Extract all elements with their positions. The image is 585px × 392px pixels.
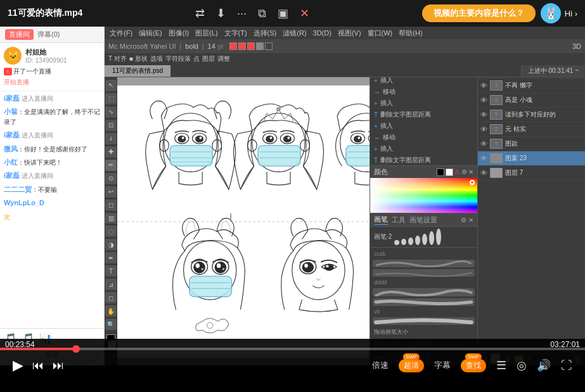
layer-item[interactable]: 👁 T 元 枯实 xyxy=(478,122,585,137)
avatar-area[interactable]: 🐰 Hi › xyxy=(541,3,577,23)
brush-size-dot-2[interactable] xyxy=(401,239,406,245)
zoom-tool[interactable]: 🔍 xyxy=(105,319,117,330)
ps-menu-text[interactable]: 文字(T) xyxy=(222,27,250,39)
color-settings-icon[interactable]: ⚙ xyxy=(461,168,467,176)
brush-size-dot-1[interactable] xyxy=(394,240,399,245)
layer-item[interactable]: 👁 图案 23 xyxy=(478,151,585,166)
pip-icon[interactable]: ⧉ xyxy=(258,7,266,20)
pen-tool[interactable]: ✒ xyxy=(105,252,117,263)
brush-settings-icon[interactable]: ⚙ xyxy=(461,217,466,224)
next-button[interactable]: ⏭ xyxy=(53,359,64,372)
color-tab[interactable]: 颜色 xyxy=(374,167,388,177)
layer-item[interactable]: 👁 T 图款 xyxy=(478,137,585,151)
ps-menu-help[interactable]: 帮助(H) xyxy=(396,27,425,39)
fullscreen-button[interactable]: ⛶ xyxy=(561,359,572,372)
ps-menu-edit[interactable]: 编辑(E) xyxy=(136,27,165,39)
history-item[interactable]: ↔移动 xyxy=(371,86,476,98)
stamp-tool[interactable]: ⊙ xyxy=(105,173,117,184)
progress-bar[interactable] xyxy=(0,348,585,350)
layer-visibility-icon[interactable]: 👁 xyxy=(480,140,487,148)
close-icon[interactable]: ✕ xyxy=(300,6,309,20)
shape-tool[interactable]: ◻ xyxy=(105,292,117,303)
play-button[interactable]: ▶ xyxy=(13,357,23,374)
history-item[interactable]: +插入 xyxy=(371,120,476,132)
chat-tab-comments[interactable]: 弹幕(0) xyxy=(37,30,60,39)
ps-menu-filter[interactable]: 滤镜(R) xyxy=(280,27,309,39)
path-tool[interactable]: ⊿ xyxy=(105,279,117,290)
ps-menu-view[interactable]: 视图(V) xyxy=(335,27,364,39)
layer-visibility-icon[interactable]: 👁 xyxy=(480,169,487,177)
quality-button[interactable]: SWP 超清 xyxy=(399,359,424,372)
brush-size-dot-7[interactable] xyxy=(436,229,441,245)
layer-item[interactable]: 👁 图层 7 xyxy=(478,166,585,180)
ps-active-tab[interactable]: 11可爱的表情.psd xyxy=(105,65,171,77)
color-gradient-area[interactable] xyxy=(370,178,477,213)
ps-option-5[interactable]: 点 xyxy=(193,54,200,63)
color-swatch-red2[interactable] xyxy=(238,42,246,50)
bg-color-small[interactable] xyxy=(446,168,453,176)
ps-menu-image[interactable]: 图像(I) xyxy=(166,27,191,39)
brush-preset-item[interactable] xyxy=(373,288,475,296)
color-swatch-red3[interactable] xyxy=(247,42,255,50)
brush-preset-item[interactable] xyxy=(373,298,475,306)
color-swatch-red[interactable] xyxy=(229,42,237,50)
layer-item[interactable]: 👁 T 高是 小魂 xyxy=(478,93,585,108)
ps-menu-file[interactable]: 文件(F) xyxy=(107,27,135,39)
select-tool[interactable]: ⬚ xyxy=(105,93,117,104)
layers-list[interactable]: 👁 T 和谐字色好色好记 👁 T 不再 懒字 👁 T 高是 小魂 xyxy=(478,64,585,351)
search-button[interactable]: SWP 查找 xyxy=(461,359,486,372)
eraser-tool[interactable]: ◻ xyxy=(105,199,117,211)
layer-item[interactable]: 👁 T 不再 懒字 xyxy=(478,79,585,93)
color-gradient-bar[interactable] xyxy=(370,178,477,213)
ps-menu-window[interactable]: 窗口(W) xyxy=(365,27,395,39)
history-item[interactable]: T删除文字图层距离 xyxy=(371,109,476,120)
chat-messages[interactable]: i家磊 进入直播间 小翁：全是满满的了解，终于不记录了 i家磊 进入直播间 微风… xyxy=(0,91,104,328)
question-box[interactable]: 视频的主要内容是什么？ xyxy=(422,4,536,22)
layer-visibility-icon[interactable]: 👁 xyxy=(480,111,487,118)
share-icon[interactable]: ⇄ xyxy=(195,6,205,20)
ps-option-6[interactable]: 图层 xyxy=(202,54,215,63)
ps-menu-layer[interactable]: 图层(L) xyxy=(193,27,220,39)
color-swatch-gray[interactable] xyxy=(256,42,264,50)
brush-size-dot-6[interactable] xyxy=(429,231,434,245)
history-item[interactable]: ↔移动 xyxy=(371,132,476,143)
layer-visibility-icon[interactable]: 👁 xyxy=(480,96,487,104)
ps-option-4[interactable]: 字符段落 xyxy=(165,54,191,63)
font-size[interactable]: 14 xyxy=(208,42,215,50)
history-item[interactable]: T删除文字图层距离 xyxy=(371,155,476,164)
text-tool[interactable]: T xyxy=(105,265,117,277)
color-close-icon[interactable]: ✕ xyxy=(468,168,473,176)
history-item[interactable]: +插入 xyxy=(371,143,476,155)
layer-item[interactable]: 👁 T 读到多下对应好的 xyxy=(478,108,585,122)
brush-tab-tool[interactable]: 工具 xyxy=(392,215,406,225)
brush-preset-item[interactable] xyxy=(373,317,475,325)
move-tool[interactable]: ↖ xyxy=(105,80,117,91)
progress-handle[interactable] xyxy=(72,345,80,353)
brush-size-dot-3[interactable] xyxy=(408,237,413,245)
brush-close-icon[interactable]: ✕ xyxy=(468,217,473,224)
crop-tool[interactable]: ⊡ xyxy=(105,120,117,131)
history-item[interactable]: +插入 xyxy=(371,98,476,109)
eyedrop-tool[interactable]: 𝒊 xyxy=(105,133,117,144)
ps-option-3[interactable]: 选项 xyxy=(150,54,163,63)
chat-tab-live[interactable]: 直播间 xyxy=(5,29,34,40)
miniplayer-icon[interactable]: ▣ xyxy=(278,6,288,20)
brush-preset-item[interactable] xyxy=(373,269,475,277)
more-icon[interactable]: ··· xyxy=(237,7,247,20)
font-selector[interactable]: Mc Microsoft Yahei UI xyxy=(108,42,176,50)
playlist-button[interactable]: ☰ xyxy=(496,358,506,372)
color-swatch-dark[interactable] xyxy=(265,42,273,50)
hand-tool[interactable]: ✋ xyxy=(105,305,117,317)
ps-option-2[interactable]: ■ 形状 xyxy=(129,54,148,63)
ps-menu-3d[interactable]: 3D(D) xyxy=(311,28,334,38)
heal-tool[interactable]: ✚ xyxy=(105,146,117,158)
gradient-tool[interactable]: ▥ xyxy=(105,213,117,224)
brush-tool[interactable]: ✏ xyxy=(105,160,117,171)
lasso-tool[interactable]: ∿ xyxy=(105,106,117,118)
brush-tab-preset[interactable]: 画笔 xyxy=(374,215,388,225)
layer-visibility-icon[interactable]: 👁 xyxy=(480,155,487,162)
ps-menu-select[interactable]: 选择(S) xyxy=(251,27,280,39)
brush-tab-settings[interactable]: 画笔设置 xyxy=(409,215,437,225)
color-picker-handle[interactable] xyxy=(470,180,475,185)
blur-tool[interactable]: ◌ xyxy=(105,225,117,237)
